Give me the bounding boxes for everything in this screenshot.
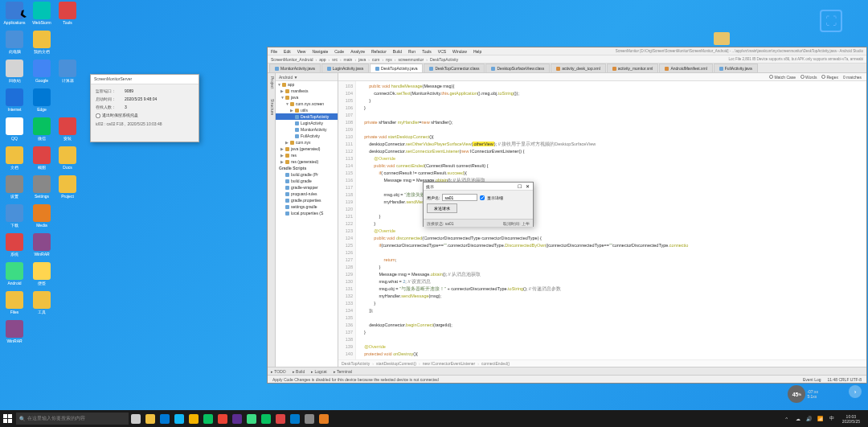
tab-activity_monitor.xml[interactable]: activity_monitor.xml (607, 64, 659, 72)
ide-tool-strip-left[interactable]: ProjectStructure (268, 73, 276, 367)
desktop-icon-blank[interactable] (56, 88, 79, 116)
desktop-icon-此电脑[interactable]: 此电脑 (3, 31, 26, 58)
taskbar-android-studio[interactable] (244, 410, 259, 427)
util-titlebar[interactable]: ScreenMonitorServer (91, 75, 199, 84)
match-case-checkbox[interactable] (769, 75, 773, 79)
menu-build[interactable]: Build (393, 49, 402, 54)
taskbar-edge[interactable] (158, 410, 172, 427)
taskbar-explorer[interactable] (143, 410, 158, 427)
dialog-maximize-icon[interactable]: ☐ (516, 183, 522, 190)
crumb-com[interactable]: com (372, 57, 379, 62)
menu-window[interactable]: Window (452, 49, 467, 54)
desktop-icon-Settings[interactable]: Settings (31, 175, 53, 203)
next-chevron-icon[interactable]: › (849, 385, 862, 398)
desktop-icon-Google[interactable]: Google (31, 60, 53, 87)
desktop-icon-WinRAR[interactable]: WinRAR (31, 233, 53, 261)
menu-file[interactable]: File (271, 49, 277, 54)
tab-DesktopSurfaceView.class[interactable]: DesktopSurfaceView.class (485, 64, 550, 72)
desktop-icon-便签[interactable]: 便签 (31, 262, 53, 289)
tree-manifests[interactable]: ▶manifests (276, 88, 338, 94)
tree-settings.gradle[interactable]: settings.gradle (276, 203, 338, 210)
desktop-icon-QQ[interactable]: QQ (3, 117, 26, 145)
desktop-icon-我的文档[interactable]: 我的文档 (31, 31, 53, 58)
desktop-icon-工具[interactable]: 工具 (31, 291, 53, 318)
tab-FullActivity.java[interactable]: FullActivity.java (714, 64, 758, 72)
desktop-icon-回收站[interactable]: 回收站 (3, 60, 26, 87)
tree-utils[interactable]: ▶utils (276, 107, 338, 113)
tray-icon[interactable]: ^ (783, 415, 791, 423)
crumb-src[interactable]: src (332, 57, 338, 62)
tree-com.nyx[interactable]: ▶com.nyx (276, 139, 338, 146)
event-log-link[interactable]: Event Log (803, 377, 821, 382)
desktop-icon-系统[interactable]: 系统 (3, 233, 26, 261)
tree-FullActivity[interactable]: FullActivity (276, 133, 338, 139)
show-detail-checkbox[interactable] (480, 195, 485, 200)
tree-gradle.properties[interactable]: gradle.properties (276, 197, 338, 203)
desktop-icon-Media[interactable]: Media (31, 204, 53, 232)
tree-com.nyx.screen[interactable]: ▼com.nyx.screen (276, 101, 338, 107)
tree-Gradle Scripts[interactable]: Gradle Scripts (276, 165, 338, 171)
menu-view[interactable]: View (297, 49, 306, 54)
menu-refactor[interactable]: Refactor (371, 49, 387, 54)
crumb-ScreenMonitor_Android[interactable]: ScreenMonitor_Android (271, 57, 313, 62)
crumb-screenmonitor[interactable]: screenmonitor (399, 57, 424, 62)
desktop-icon-Android[interactable]: Android (3, 262, 26, 289)
send-request-button[interactable]: 发送请求 (427, 203, 457, 213)
taskbar-search[interactable]: 🔍 在这里输入你要搜索的内容 (16, 413, 129, 425)
tree-app[interactable]: ▼app (276, 81, 338, 88)
tab-LoginActivity.java[interactable]: LoginActivity.java (321, 64, 369, 72)
crumb-app[interactable]: app (319, 57, 326, 62)
desktop-icon-下载[interactable]: 下载 (3, 204, 26, 232)
tree-header[interactable]: Android ▼ (276, 73, 338, 81)
tree-res (generated)[interactable]: ▶res (generated) (276, 158, 338, 165)
taskbar-chrome2[interactable] (215, 410, 230, 427)
tree-gradle-wrapper[interactable]: gradle-wrapper (276, 184, 338, 191)
desktop-icon-微信[interactable]: 微信 (31, 117, 53, 145)
tree-local.properties (S[interactable]: local.properties (S (276, 210, 338, 216)
bottom-tab-logcat[interactable]: ▸ Logcat (311, 369, 326, 374)
line-gutter[interactable]: 1031041051061071081091101111121131141151… (338, 81, 356, 359)
menu-vcs[interactable]: VCS (438, 49, 446, 54)
crumb-java[interactable]: java (358, 57, 366, 62)
desktop-folder[interactable] (714, 32, 730, 45)
menu-help[interactable]: Help (473, 49, 481, 54)
bottom-tab-todo[interactable]: ▸ TODO (271, 369, 286, 374)
username-input[interactable] (442, 194, 477, 201)
tab-AndroidManifest.xml[interactable]: AndroidManifest.xml (659, 64, 712, 72)
bottom-tab-terminal[interactable]: ▸ Terminal (334, 369, 352, 374)
tree-DeskTopActivity[interactable]: DeskTopActivity (276, 113, 338, 120)
desktop-icon-Tools[interactable]: Tools (56, 2, 79, 29)
desktop-icon-Files[interactable]: Files (3, 291, 26, 318)
desktop-icon-Internet[interactable]: Internet (3, 88, 26, 116)
taskbar-task-view[interactable] (129, 410, 143, 427)
dialog-close-icon[interactable]: ✕ (524, 183, 530, 190)
taskbar-app2[interactable] (302, 410, 317, 427)
regex-checkbox[interactable] (821, 75, 825, 79)
desktop-icon-Edge[interactable]: Edge (31, 88, 53, 116)
menu-analyze[interactable]: Analyze (350, 49, 365, 54)
desktop-icon-设置[interactable]: 设置 (3, 175, 26, 203)
tree-java (generated)[interactable]: ▶java (generated) (276, 146, 338, 152)
desktop-icon-计算器[interactable]: 计算器 (56, 60, 79, 87)
tray-icon[interactable]: 🔊 (805, 415, 813, 423)
taskbar-vscode[interactable] (288, 410, 302, 427)
desktop-icon-WebStorm[interactable]: WebStorm (31, 2, 53, 29)
ide-project-tree[interactable]: Android ▼ ▼app▶manifests▼java▼com.nyx.sc… (276, 73, 338, 367)
expand-overlay[interactable]: ⛶ (820, 10, 842, 32)
crumb-nyx[interactable]: nyx (386, 57, 392, 62)
taskbar-app1[interactable] (273, 410, 288, 427)
words-checkbox[interactable] (800, 75, 805, 79)
desktop-icon-WinRAR[interactable]: WinRAR (3, 320, 26, 347)
taskbar-qq[interactable] (172, 410, 186, 427)
desktop-icon-安装[interactable]: 安装 (56, 117, 79, 145)
menu-navigate[interactable]: Navigate (312, 49, 328, 54)
taskbar-clock[interactable]: 10:032020/5/25 (839, 414, 863, 424)
taskbar-chrome[interactable] (186, 410, 201, 427)
taskbar-wechat2[interactable] (259, 410, 273, 427)
desktop-icon-截图[interactable]: 截图 (31, 146, 53, 174)
taskbar-app3[interactable] (317, 410, 331, 427)
tree-MonitorActivity[interactable]: MonitorActivity (276, 126, 338, 133)
menu-edit[interactable]: Edit (284, 49, 291, 54)
tree-res[interactable]: ▶res (276, 152, 338, 158)
taskbar-wechat[interactable] (201, 410, 215, 427)
